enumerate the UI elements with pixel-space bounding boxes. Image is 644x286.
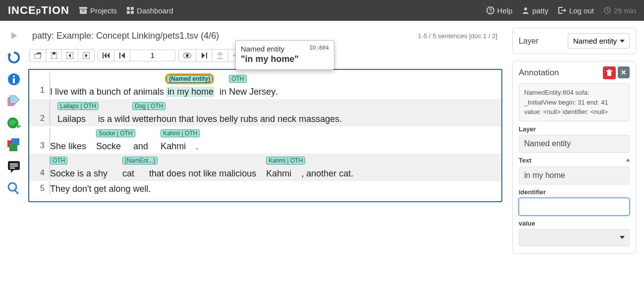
token[interactable]: KahmiKahmi | OTH	[266, 169, 291, 179]
grid-icon	[127, 7, 134, 14]
svg-point-28	[8, 183, 16, 191]
token[interactable]: She likes	[50, 141, 96, 152]
layer-field	[519, 135, 630, 153]
annotation-tag[interactable]: OTH	[50, 157, 67, 165]
globe-icon[interactable]	[5, 114, 23, 132]
sentence-text[interactable]: I live with a bunch of animals in my hom…	[50, 87, 278, 97]
annotation-tag[interactable]: (NamEnt...)	[122, 157, 158, 165]
token[interactable]: , another cat.	[291, 169, 353, 179]
annotation-tag[interactable]: Lailaps | OTH	[57, 102, 99, 110]
line-number: 3	[30, 127, 50, 152]
sentence-row[interactable]: 4SockeOTH is a shy cat(NamEnt...) that d…	[29, 154, 501, 181]
first-page-button[interactable]	[98, 50, 114, 61]
app-brand: INCEpTION	[8, 4, 69, 17]
nav-user-label: patty	[532, 6, 548, 15]
sentence-text[interactable]: SockeOTH is a shy cat(NamEnt...) that do…	[50, 169, 353, 178]
sentence-row[interactable]: 2 LailapsLailaps | OTH is a wild wetterh…	[29, 99, 501, 126]
token[interactable]: in my home(Named entity)	[166, 87, 215, 97]
locate-icon[interactable]: ⌖	[626, 157, 630, 165]
svg-rect-36	[103, 53, 104, 58]
annotation-tag[interactable]: Kahmi | OTH	[161, 129, 200, 137]
document-title: patty: Example: Concept Linking/pets1.ts…	[32, 31, 219, 41]
sentence-row[interactable]: 5They don't get along well.	[29, 181, 501, 196]
svg-marker-38	[107, 53, 109, 58]
token[interactable]: cat(NamEnt...)	[122, 169, 134, 179]
token[interactable]: that loves belly rubs and neck massages.	[176, 114, 342, 124]
token[interactable]	[50, 114, 57, 124]
svg-marker-33	[68, 54, 71, 57]
prev-doc-button[interactable]	[62, 49, 78, 62]
play-icon[interactable]	[5, 27, 23, 45]
annotation-area[interactable]: 1I live with a bunch of animals in my ho…	[28, 69, 502, 202]
document-status: 1-5 / 5 sentences [doc 1 / 2]	[418, 32, 497, 40]
delete-annotation-button[interactable]	[603, 66, 616, 79]
token[interactable]: SockeOTH	[50, 169, 75, 179]
token[interactable]: and	[121, 141, 161, 152]
page-number-input[interactable]	[130, 51, 175, 60]
sentence-row[interactable]: 3She likes SockeSocke | OTH and KahmiKah…	[29, 126, 501, 154]
nav-dashboard[interactable]: Dashboard	[127, 6, 173, 15]
svg-marker-37	[104, 53, 107, 58]
nav-projects-label: Projects	[90, 6, 117, 15]
token[interactable]: KahmiKahmi | OTH	[161, 141, 186, 152]
document-toolbar: ID:804 Named entity "in my home"	[27, 46, 502, 65]
svg-rect-0	[79, 7, 87, 9]
token[interactable]: is a wild	[86, 114, 132, 124]
nav-help[interactable]: ? Help	[486, 6, 513, 15]
prev-page-button[interactable]	[114, 50, 130, 61]
next-doc-button[interactable]	[78, 49, 95, 62]
chat-icon[interactable]	[5, 158, 23, 175]
close-annotation-button[interactable]: ✕	[618, 66, 630, 78]
search-icon[interactable]	[5, 179, 23, 197]
export-button[interactable]	[212, 49, 228, 62]
nav-dashboard-label: Dashboard	[137, 6, 173, 15]
step-fwd-button[interactable]	[196, 49, 212, 62]
token[interactable]: that does not like malicious	[134, 169, 266, 179]
token[interactable]: .	[275, 87, 278, 97]
refresh-icon[interactable]	[5, 49, 23, 66]
sentence-text[interactable]: LailapsLailaps | OTH is a wild wetterhou…	[50, 114, 342, 124]
svg-rect-39	[119, 53, 120, 58]
box-left-icon	[66, 52, 73, 59]
value-field-label: value	[519, 220, 630, 227]
value-select[interactable]	[519, 229, 630, 246]
svg-rect-4	[131, 7, 134, 10]
token[interactable]: SockeSocke | OTH	[96, 141, 121, 152]
folder-open-icon	[34, 53, 41, 58]
layer-select[interactable]: Named entity	[568, 33, 630, 49]
windows-icon[interactable]	[5, 136, 23, 154]
token[interactable]: wetterhounDog | OTH	[132, 114, 176, 124]
nav-help-label: Help	[497, 6, 513, 15]
annotation-tag[interactable]: OTH	[229, 75, 246, 83]
sentence-row[interactable]: 1I live with a bunch of animals in my ho…	[29, 72, 501, 99]
token[interactable]: I live with a bunch of animals	[50, 87, 166, 97]
layer-field-label: Layer	[519, 125, 630, 133]
token[interactable]: They don't get along well.	[50, 184, 151, 194]
tags-icon[interactable]	[5, 92, 23, 110]
annotation-tag[interactable]: Kahmi | OTH	[266, 157, 305, 165]
save-icon	[51, 52, 57, 59]
line-number: 5	[30, 182, 50, 194]
annotation-tag[interactable]: (Named entity)	[166, 75, 213, 83]
logout-icon	[558, 7, 566, 14]
token[interactable]: New JerseyOTH	[229, 87, 275, 97]
nav-projects[interactable]: Projects	[79, 6, 117, 15]
layer-label: Layer	[519, 37, 538, 46]
token[interactable]: in	[215, 87, 229, 97]
nav-logout[interactable]: Log out	[558, 6, 594, 15]
token[interactable]: is a shy	[75, 169, 122, 179]
token[interactable]: LailapsLailaps | OTH	[57, 114, 86, 124]
save-doc-button[interactable]	[46, 49, 62, 62]
annotation-tag[interactable]: Dog | OTH	[132, 102, 165, 110]
annotation-tag[interactable]: Socke | OTH	[96, 129, 135, 137]
info-icon[interactable]	[5, 70, 23, 88]
sentence-text[interactable]: She likes SockeSocke | OTH and KahmiKahm…	[50, 141, 198, 151]
sentence-text[interactable]: They don't get along well.	[50, 184, 151, 194]
text-field	[519, 167, 630, 184]
open-doc-button[interactable]	[29, 49, 46, 62]
identifier-field[interactable]	[519, 198, 630, 216]
nav-user[interactable]: patty	[522, 6, 548, 15]
visibility-button[interactable]	[178, 49, 196, 62]
main-area: patty: Example: Concept Linking/pets1.ts…	[0, 21, 644, 286]
token[interactable]: .	[186, 141, 198, 152]
